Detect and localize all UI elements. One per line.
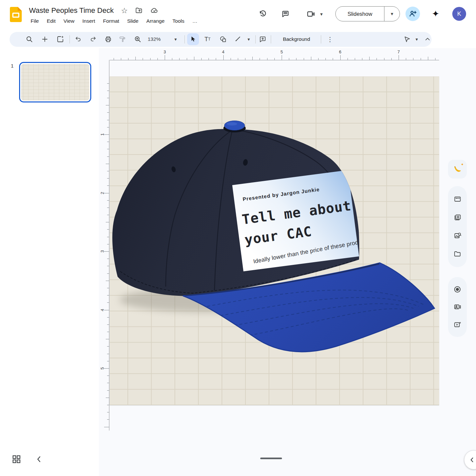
print-icon[interactable]: [102, 33, 114, 45]
record-icon[interactable]: [452, 283, 463, 295]
ruler-tick: [172, 58, 172, 60]
ruler-label: 7: [395, 49, 402, 54]
zoom-caret-icon[interactable]: ▾: [171, 33, 180, 45]
filmstrip-thumbnail-slide-1[interactable]: [19, 62, 91, 102]
comments-icon[interactable]: [281, 10, 290, 18]
ruler-tick: [252, 57, 253, 60]
ruler-tick: [296, 58, 296, 60]
ruler-tick: [428, 57, 428, 60]
add-comment-icon[interactable]: [257, 33, 268, 45]
ruler-tick: [267, 58, 267, 60]
ruler-label: 4: [220, 49, 227, 54]
background-button[interactable]: Background: [275, 33, 318, 45]
menu-item-format[interactable]: Format: [100, 17, 122, 25]
ruler-tick: [107, 419, 109, 420]
text-box-tool[interactable]: TT: [202, 33, 213, 45]
filmstrip-slide-number: 1: [11, 63, 14, 69]
collapse-filmstrip-icon[interactable]: [35, 455, 43, 463]
undo-icon[interactable]: [72, 33, 84, 45]
slide-canvas[interactable]: Presented by Jargon Junkie Tell me about…: [110, 76, 439, 405]
share-button[interactable]: [406, 7, 420, 21]
version-history-icon[interactable]: [259, 10, 267, 18]
ruler-tick: [223, 55, 224, 60]
ruler-tick: [245, 58, 245, 60]
line-caret-icon[interactable]: ▾: [244, 33, 253, 45]
menu-item-slide[interactable]: Slide: [124, 17, 141, 25]
ruler-tick: [106, 339, 109, 339]
collapse-toolbar-icon[interactable]: [422, 33, 434, 45]
star-icon[interactable]: ☆: [121, 7, 128, 14]
slide-layouts-icon[interactable]: [452, 193, 463, 205]
menu-item-view[interactable]: View: [61, 17, 77, 25]
google-slides-logo[interactable]: [10, 7, 22, 22]
camera-caret-icon[interactable]: ▾: [320, 11, 323, 17]
ruler-tick: [107, 361, 109, 361]
ruler-tick: [406, 58, 406, 60]
main-toolbar: 132% ▾ TT ▾ Background ⋮ ▾: [10, 32, 432, 47]
ruler-tick: [107, 120, 109, 120]
ruler-tick: [107, 383, 109, 383]
slide-hat-image[interactable]: Presented by Jargon Junkie Tell me about…: [110, 76, 439, 405]
ruler-tick: [104, 427, 109, 427]
menu-item-[interactable]: …: [189, 17, 201, 25]
search-menus-icon[interactable]: [23, 33, 35, 45]
cloud-saved-icon[interactable]: [150, 7, 158, 15]
ruler-tick: [107, 91, 109, 91]
new-slide-templates-icon[interactable]: [54, 33, 66, 45]
ruler-tick: [107, 317, 109, 318]
select-tool[interactable]: [187, 33, 199, 45]
slideshow-split-button: Slideshow ▾: [335, 6, 400, 21]
redo-icon[interactable]: [87, 33, 99, 45]
ruler-tick: [107, 259, 109, 259]
zoom-level-value[interactable]: 132%: [144, 33, 164, 45]
image-search-icon[interactable]: [452, 230, 463, 242]
ruler-tick: [107, 98, 109, 98]
camera-capture-icon[interactable]: [452, 301, 463, 313]
zoom-icon[interactable]: [132, 33, 144, 45]
toolbar-divider: [255, 35, 256, 43]
move-to-folder-icon[interactable]: [135, 7, 143, 14]
account-avatar[interactable]: K: [452, 7, 466, 21]
menu-item-tools[interactable]: Tools: [170, 17, 187, 25]
menu-item-file[interactable]: File: [28, 17, 42, 25]
ruler-tick: [107, 302, 109, 303]
shape-tool[interactable]: [217, 33, 229, 45]
ruler-tick: [413, 58, 413, 60]
ruler-tick: [216, 58, 216, 60]
ruler-tick: [179, 58, 180, 60]
vertical-ruler: 12345: [99, 60, 109, 431]
new-slide-icon[interactable]: [39, 33, 51, 45]
ruler-tick: [121, 58, 121, 60]
paint-format-icon[interactable]: [117, 33, 128, 45]
meet-camera-icon[interactable]: [306, 10, 315, 18]
laser-caret-icon[interactable]: ▾: [412, 33, 421, 45]
ruler-tick: [107, 405, 109, 405]
ruler-tick: [107, 266, 109, 266]
menu-item-arrange[interactable]: Arrange: [143, 17, 167, 25]
ruler-tick: [391, 58, 392, 60]
slideshow-button[interactable]: Slideshow: [336, 11, 384, 17]
photos-icon[interactable]: [452, 211, 463, 223]
ruler-label: 4: [100, 307, 105, 313]
laser-pointer-icon[interactable]: [401, 33, 413, 45]
line-tool[interactable]: [232, 33, 244, 45]
grid-view-icon[interactable]: [12, 455, 21, 464]
gemini-banana-button[interactable]: ✦: [448, 160, 467, 179]
ruler-tick: [107, 237, 109, 237]
ruler-tick: [106, 281, 109, 281]
ruler-tick: [107, 412, 109, 412]
ruler-tick: [369, 57, 370, 60]
horizontal-scrollbar[interactable]: [260, 458, 282, 459]
menu-item-edit[interactable]: Edit: [44, 17, 59, 25]
document-title[interactable]: Waste Peoples Time Deck: [29, 6, 114, 15]
top-bar: Waste Peoples Time Deck ☆ FileEditViewIn…: [0, 0, 476, 29]
menu-item-insert[interactable]: Insert: [79, 17, 98, 25]
gemini-icon[interactable]: ✦: [432, 9, 439, 19]
folder-icon[interactable]: [452, 248, 463, 260]
toolbar-overflow-icon[interactable]: ⋮: [324, 33, 336, 45]
video-gen-icon[interactable]: [452, 319, 463, 331]
ruler-tick: [128, 58, 128, 60]
ruler-tick: [106, 105, 109, 105]
slideshow-caret-icon[interactable]: ▾: [384, 11, 400, 17]
ruler-tick: [107, 244, 109, 244]
